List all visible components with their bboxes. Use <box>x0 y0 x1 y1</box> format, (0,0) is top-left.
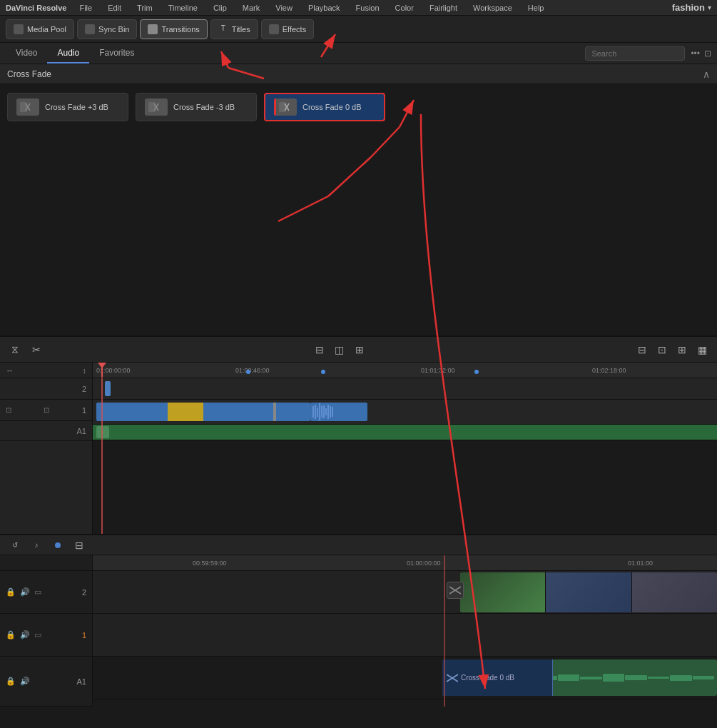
section-title: Cross Fade <box>7 69 703 79</box>
menu-trim[interactable]: Trim <box>134 2 156 14</box>
timeline-grid-3[interactable]: ⊞ <box>673 342 691 358</box>
marker-3 <box>474 370 479 374</box>
menu-fairlight[interactable]: Fairlight <box>427 2 460 14</box>
tracks-area <box>93 378 717 534</box>
thumbnail-2 <box>546 572 631 612</box>
timeline-tool-1[interactable]: ⧖ <box>6 342 24 358</box>
crossfade-badge-icon <box>447 673 458 683</box>
lower-lock-2[interactable]: 🔒 <box>6 587 16 597</box>
menu-bar: DaVinci Resolve File Edit Trim Timeline … <box>0 0 717 16</box>
menu-file[interactable]: File <box>76 2 95 14</box>
tab-video[interactable]: Video <box>6 44 47 64</box>
crossfade-badge-svg <box>447 673 458 683</box>
menu-mark[interactable]: Mark <box>240 2 263 14</box>
lower-tracks-area: 00:59:59:00 01:00:00:00 01:01:00 <box>93 555 717 707</box>
menu-help[interactable]: Help <box>525 2 547 14</box>
timeline-scissors[interactable]: ✂ <box>27 342 46 358</box>
trim-icon[interactable]: ↔ <box>6 366 14 375</box>
playhead-line-tracks <box>101 378 103 534</box>
snap-icon[interactable]: ⊡ <box>6 406 11 414</box>
lower-tl-audio[interactable]: ♪ <box>27 537 46 553</box>
menu-fusion[interactable]: Fusion <box>353 2 382 14</box>
panel-resize-icon[interactable]: ⊡ <box>704 49 711 59</box>
lower-audio-2[interactable]: 🔊 <box>20 587 30 597</box>
transition-item-1[interactable]: Cross Fade +3 dB <box>7 93 128 121</box>
clip-1-main[interactable] <box>96 403 310 421</box>
lower-crossfade-icon <box>447 582 464 599</box>
menu-view[interactable]: View <box>273 2 295 14</box>
lower-tl-grid[interactable]: ⊟ <box>70 537 88 553</box>
tab-favorites[interactable]: Favorites <box>89 44 144 64</box>
track-header-2: 2 <box>0 378 92 400</box>
transitions-button[interactable]: Transitions <box>140 19 207 39</box>
lower-track-a1-row: Cross Fade 0 dB <box>93 657 717 699</box>
lower-ruler: 00:59:59:00 01:00:00:00 01:01:00 <box>93 555 717 571</box>
timeline-split[interactable]: ⊞ <box>350 342 369 358</box>
audio-clip-marker <box>96 426 109 438</box>
search-input[interactable] <box>585 46 685 61</box>
transition-icon-1 <box>16 98 39 116</box>
menu-playback[interactable]: Playback <box>305 2 343 14</box>
timeline-next-frame[interactable]: ◫ <box>330 342 349 358</box>
titles-button[interactable]: T Titles <box>210 19 258 39</box>
menu-edit[interactable]: Edit <box>105 2 124 14</box>
lower-ruler-spacer <box>0 555 92 571</box>
menu-color[interactable]: Color <box>392 2 417 14</box>
transition-item-2[interactable]: Cross Fade -3 dB <box>136 93 257 121</box>
transitions-grid: Cross Fade +3 dB Cross Fade -3 dB <box>0 84 717 130</box>
lower-audio-waveform: Cross Fade 0 dB <box>442 659 717 696</box>
lower-track-a1-num: A1 <box>77 677 86 686</box>
menu-timeline[interactable]: Timeline <box>166 2 200 14</box>
media-pool-button[interactable]: Media Pool <box>6 19 74 39</box>
lower-tl-loop[interactable]: ↺ <box>6 537 24 553</box>
transition-item-3[interactable]: Cross Fade 0 dB <box>264 93 385 121</box>
track-header-a1: A1 <box>0 421 92 441</box>
titles-icon: T <box>218 24 228 34</box>
lower-lock-a1[interactable]: 🔒 <box>6 677 16 686</box>
timeline-section: ⧖ ✂ ⊟ ◫ ⊞ ⊟ ⊡ ⊞ ▦ ↔ ↕ 2 <box>0 335 717 707</box>
transition-label-2: Cross Fade -3 dB <box>173 103 235 111</box>
lower-lock-1[interactable]: 🔒 <box>6 630 16 639</box>
clip-1-waveform[interactable] <box>310 403 367 421</box>
lower-monitor-2[interactable]: ▭ <box>34 587 41 597</box>
track-1-label: 1 <box>82 406 86 415</box>
transition-label-1: Cross Fade +3 dB <box>45 103 108 111</box>
timeline-body: ↔ ↕ 2 ⊡ ⊡ 1 A1 01:00 <box>0 363 717 534</box>
project-name[interactable]: fashion <box>672 2 705 13</box>
lower-monitor-1[interactable]: ▭ <box>34 630 41 639</box>
clip-2-small[interactable] <box>105 381 111 396</box>
menu-workspace[interactable]: Workspace <box>470 2 515 14</box>
crossfade-audio-badge[interactable]: Cross Fade 0 dB <box>442 659 553 696</box>
timeline-grid-2[interactable]: ⊡ <box>653 342 671 358</box>
sync-bin-icon <box>85 24 95 34</box>
timeline-grid-4[interactable]: ▦ <box>693 342 711 358</box>
sync-bin-button[interactable]: Sync Bin <box>77 19 137 39</box>
cross-fade-section-header: Cross Fade ∧ <box>0 64 717 84</box>
tab-audio[interactable]: Audio <box>47 44 89 64</box>
effects-button[interactable]: Effects <box>261 19 314 39</box>
lower-tl-blue[interactable] <box>49 537 67 553</box>
lower-ruler-time-2: 01:01:00 <box>628 560 653 567</box>
marker-1 <box>246 370 250 374</box>
project-dropdown-arrow[interactable]: ▾ <box>708 4 711 11</box>
lower-audio-a1[interactable]: 🔊 <box>20 677 30 686</box>
ruler-time-2: 01:01:32:00 <box>421 367 455 374</box>
section-collapse-button[interactable]: ∧ <box>703 69 710 80</box>
media-pool-label: Media Pool <box>27 25 66 34</box>
clip-1-blue2 <box>210 403 268 421</box>
clip-1-sep <box>273 403 276 421</box>
timeline-prev-frame[interactable]: ⊟ <box>310 342 329 358</box>
thumbnail-3 <box>632 572 717 612</box>
track-2-label: 2 <box>82 385 86 393</box>
lower-timeline: ↺ ♪ ⊟ 🔒 🔊 ▭ 2 🔒 <box>0 534 717 707</box>
transitions-icon <box>148 24 158 34</box>
timeline-grid-1[interactable]: ⊟ <box>633 342 651 358</box>
crossfade-icon-2 <box>148 101 164 113</box>
lock-icon[interactable]: ⊡ <box>44 406 49 414</box>
menu-clip[interactable]: Clip <box>210 2 230 14</box>
select-icon[interactable]: ↕ <box>83 366 87 375</box>
lower-audio-1[interactable]: 🔊 <box>20 630 30 639</box>
tab-more-button[interactable]: ••• <box>691 49 700 59</box>
lower-timeline-body: 🔒 🔊 ▭ 2 🔒 🔊 ▭ 1 🔒 🔊 A1 <box>0 555 717 707</box>
marker-2 <box>321 370 325 374</box>
